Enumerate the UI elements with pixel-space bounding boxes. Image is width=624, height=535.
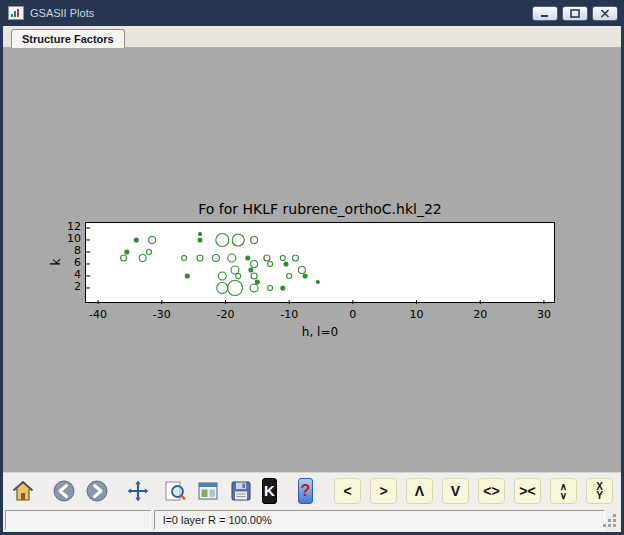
nav-next-button[interactable]: > [370,478,397,504]
plot-toolbar: K ? < > Λ V <> >< ∧ [3,472,621,508]
reflection-marker [251,237,258,244]
reflection-marker [264,255,270,261]
reflection-marker [228,281,243,296]
window-controls [532,6,618,21]
back-button[interactable] [52,478,76,504]
reflection-marker [147,250,152,255]
window-content: Structure Factors Fo for HKLF rubrene_or… [3,26,621,532]
save-button[interactable] [229,478,253,504]
reflection-marker [218,272,226,280]
nav-updown-bottom-glyph: ∨ [560,491,567,500]
status-text: l=0 layer R = 100.00% [154,510,605,530]
home-icon [11,479,35,503]
help-button[interactable]: ? [298,478,313,504]
nav-down-glyph: V [451,483,460,499]
home-button[interactable] [11,478,35,504]
minimize-button[interactable] [532,6,558,21]
x-tick-label: 10 [410,308,424,321]
resize-grip-icon[interactable] [613,514,616,517]
reflection-marker [125,250,129,254]
plot-axes[interactable] [85,222,555,303]
reflection-marker [316,281,319,284]
back-arrow-icon [52,479,76,503]
y-tick-label: 10 [43,232,81,245]
nav-swap-xy-button[interactable]: X Y [586,478,613,504]
forward-button[interactable] [85,478,109,504]
close-icon [600,9,610,18]
nav-prev-glyph: < [343,483,351,499]
x-tick-label: -10 [280,308,298,321]
reflection-marker [231,266,239,274]
reflection-marker [298,267,305,274]
reflection-marker [268,286,273,291]
reflection-marker [251,261,258,268]
reflection-marker [268,262,273,267]
reflection-marker [280,256,285,261]
titlebar[interactable]: GSASII Plots [3,0,621,26]
nav-down-button[interactable]: V [442,478,469,504]
reflection-marker [121,255,127,261]
reflection-marker [197,255,203,261]
close-button[interactable] [592,6,618,21]
tab-structure-factors[interactable]: Structure Factors [11,29,125,48]
pan-arrows-icon [126,479,150,503]
maximize-button[interactable] [562,6,588,21]
y-tick-label: 4 [43,268,81,281]
reflection-marker [139,255,146,262]
status-bar: l=0 layer R = 100.00% [3,508,621,532]
nav-up-button[interactable]: Λ [406,478,433,504]
y-tick-label: 12 [43,220,81,233]
maximize-icon [570,9,580,18]
nav-prev-button[interactable]: < [334,478,361,504]
reflection-marker [232,234,244,246]
reflection-marker [149,237,156,244]
status-pane-empty [5,510,151,530]
tab-strip: Structure Factors [3,26,621,48]
zoom-rect-icon [163,479,187,503]
y-tick-label: 8 [43,244,81,257]
x-tick-label: 0 [349,308,356,321]
reflection-marker [134,238,138,242]
x-tick-label: 30 [537,308,551,321]
reflection-marker [293,255,299,261]
reflection-marker [249,268,253,272]
x-tick-label: -40 [89,308,107,321]
nav-contract-button[interactable]: >< [514,478,541,504]
window-title: GSASII Plots [30,7,532,19]
reflection-marker [251,273,257,279]
reflection-marker [217,283,228,294]
save-floppy-icon [229,479,253,503]
reflection-marker [255,280,259,284]
zoom-button[interactable] [163,478,187,504]
x-tick-label: -30 [153,308,171,321]
reflection-marker [216,234,229,247]
key-press-button[interactable]: K [262,478,277,504]
reflection-marker [284,262,288,266]
reflection-marker [303,274,307,278]
pan-button[interactable] [126,478,150,504]
reflection-marker [212,255,219,262]
configure-subplots-button[interactable] [196,478,220,504]
nav-up-glyph: Λ [415,483,424,499]
minimize-icon [540,9,550,18]
gsasii-plots-window: GSASII Plots Structure Factors Fo for HK… [0,0,624,535]
x-tick-label: 20 [473,308,487,321]
help-icon: ? [301,482,311,500]
nav-updown-button[interactable]: ∧ ∨ [550,478,577,504]
nav-contract-glyph: >< [519,483,535,499]
reflection-marker [198,238,202,242]
nav-expand-button[interactable]: <> [478,478,505,504]
reflection-marker [228,254,236,262]
reflection-marker [250,284,258,292]
x-tick-label: -20 [216,308,234,321]
nav-swap-y-glyph: Y [596,491,603,500]
scatter-plot [86,223,556,304]
x-axis-label: h, l=0 [85,325,555,339]
reflection-marker [185,274,189,278]
y-tick-label: 2 [43,280,81,293]
reflection-marker [236,274,241,279]
reflection-marker [182,256,187,261]
plot-canvas[interactable]: Fo for HKLF rubrene_orthoC.hkl_22 k h, l… [3,48,621,472]
nav-expand-glyph: <> [483,483,499,499]
reflection-marker [287,274,292,279]
